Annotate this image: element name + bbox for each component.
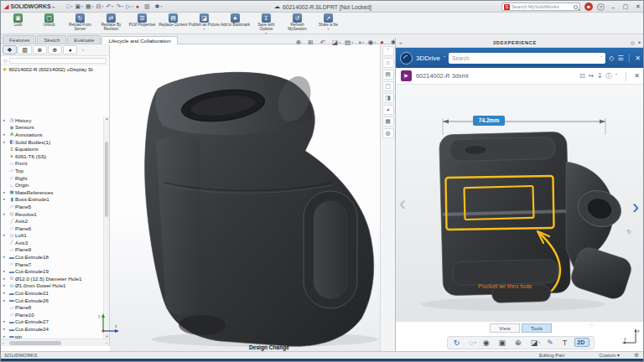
tab-Sketch[interactable]: Sketch [37,35,66,44]
task-pane-custom-properties[interactable]: ▦ [382,116,394,127]
tag-icon[interactable]: ◇ [609,54,614,62]
cmd-share-a-file[interactable]: ↗ Share a file ▾ [313,13,344,31]
tree-vertical-scrollbar[interactable]: ▲ ▼ [103,116,109,339]
tree-item[interactable]: ▸ Ø12.0 (12.5) Diameter Hole1 [1,275,103,282]
tree-item[interactable]: ▸ Plane7 [1,261,103,268]
fm-tab-configuration-manager[interactable]: ⊛ [33,45,47,54]
previous-view-chevron[interactable]: ‹ [399,192,406,215]
compass-icon[interactable] [400,52,413,65]
fm-tab-property-manager[interactable]: ▥ [18,45,32,54]
tool-zoom-fit[interactable]: ▣ ▾ [497,338,511,348]
tree-item[interactable]: ▸ 6061-T6 (SS) [1,153,103,160]
hud-zoom-area[interactable]: ⊞ ▾ [308,39,315,46]
preview-tab-Tools[interactable]: Tools [522,323,552,333]
tree-item[interactable]: ▸ Plane8 [1,303,103,311]
tab-Features[interactable]: Features [3,35,36,44]
next-view-chevron[interactable]: › [632,195,639,219]
status-mode[interactable]: Custom ▾ [599,353,620,358]
qat-save[interactable]: ▦ ▾ [86,3,94,10]
task-pane-appearances-scenes[interactable]: ◕ [382,105,394,115]
tool-select[interactable]: ◌ ▾ [467,338,477,348]
qat-windows[interactable]: ▥ ▾ [144,3,153,10]
tool-text-note[interactable]: T ▾ [561,338,572,348]
doc-action-info[interactable]: ⓘ [605,72,612,80]
cmd-reload-from-server[interactable]: ↻ Reload From Server ▾ [65,13,96,35]
doc-action-comments[interactable]: ⊡ [579,72,584,80]
qat-open[interactable]: ▣ ▾ [75,3,83,10]
tree-item[interactable]: ▸ Plane6 [1,225,103,232]
tree-item[interactable]: ▸ Plane10 [1,311,103,318]
fm-tab-featuremanager-design-tree[interactable]: ❖ [3,45,17,54]
tree-item[interactable]: ▸ Cut-Extrude27 [1,318,103,326]
scroll-left-icon[interactable]: ‹ [3,340,4,345]
hud-zoom-fit[interactable]: ⊕ ▾ [296,39,304,46]
minimize-button[interactable]: – [609,4,617,10]
pin-icon[interactable]: ✦ [637,39,641,45]
qat-redo[interactable]: ↷ ▾ [116,3,123,10]
tool-zoom-area[interactable]: ⊕ ▾ [513,338,526,348]
close-panel-icon[interactable]: ✕ [635,54,641,62]
fm-tabs-overflow[interactable]: › [82,47,84,52]
tree-item[interactable]: ▸ Cut-Extrude18 [1,253,103,261]
dimension-badge[interactable]: 74.2mm [473,116,505,126]
tree-item[interactable]: ▸ History [1,116,103,124]
options-icon[interactable]: ◎ [631,39,635,45]
qat-select[interactable]: ▷ ▾ [126,3,132,10]
tree-filter[interactable]: ▽ [1,56,109,65]
qat-options[interactable]: ✱ ▾ [155,3,163,10]
task-pane-home[interactable]: ⌂ [382,58,394,68]
close-button[interactable]: ✕ [634,3,642,10]
app-switcher-chevron-icon[interactable]: ˇ [444,55,445,61]
fm-tab-dimxpert-manager[interactable]: ⊕ [48,45,62,54]
menu-icon[interactable]: ☰ [618,54,624,62]
tree-item[interactable]: ▸ Cut-Extrude21 [1,289,103,297]
help-icon[interactable]: ? [597,3,605,11]
restore-button[interactable]: ▢ [621,3,630,10]
drive-search-input[interactable]: Search ˇ [449,53,605,64]
tree-item[interactable]: ▸ Revolve1 [1,210,103,218]
search-scope-chevron-icon[interactable]: ˇ [600,55,602,60]
qat-new[interactable]: □ ▾ [66,3,72,9]
tree-item[interactable]: ▸ Cut-Extrude24 [1,325,103,333]
tree-item[interactable]: ▸ MateReferences [1,189,103,196]
doc-action-download[interactable]: ↧ [597,72,602,80]
tree-item[interactable]: ▸ Front [1,160,103,168]
cmd-plm-properties[interactable]: ☰ PLM Properties ▾ [127,13,158,31]
tree-item[interactable]: ▸ Sensors [1,124,103,132]
cmd-lock[interactable]: ▣ Lock ▾ [3,13,34,31]
search-mysolidworks[interactable]: S Search MySolidWorks [501,3,580,11]
tree-item[interactable]: ▸ Axis3 [1,239,103,246]
cmd-replace-by-revision[interactable]: ⇄ Replace By Revision ▾ [96,13,127,35]
graphics-area[interactable]: Design Change [110,44,380,351]
hud-display-style[interactable]: ◑ ▾ [357,39,364,46]
tool-view-2d[interactable]: 2D ▾ [574,338,589,347]
part-3d-model[interactable] [110,44,380,351]
scrollbar-thumb[interactable] [9,341,61,345]
tree-item[interactable]: ▸ Right [1,174,103,182]
preview-canvas[interactable]: 74.2mm Pocket w/ thru hole ‹ › ↻ [396,85,644,322]
task-pane-forum[interactable]: ◍ [382,128,394,138]
tree-item[interactable]: ▸ Solid Bodies(1) [1,138,103,146]
cmd-refresh-mysession[interactable]: ↺ Refresh MySession ▾ [282,13,313,35]
tree-root[interactable]: ❖ 60214002-R (60214002) «Display St [1,65,109,73]
task-pane-file-explorer[interactable]: ▢ [382,81,394,91]
tree-item[interactable]: ▸ pin [1,333,103,339]
tool-markup-pen[interactable]: ✎ ▾ [545,338,558,348]
tree-item[interactable]: ▸ Cut-Extrude19 [1,267,103,275]
close-document-icon[interactable]: ✕ [634,72,640,80]
qat-print[interactable]: ⊟ ▾ [96,3,104,10]
doc-action-share[interactable]: ↪ [589,72,594,80]
qat-traffic-light[interactable]: ● ▾ [136,3,142,9]
hud-previous-view[interactable]: ↶ ▾ [320,39,328,46]
tree-item[interactable]: ▸ Plane9 [1,246,103,254]
tool-section[interactable]: ◪ ▾ [529,338,543,348]
tree-item[interactable]: ▸ Boss-Extrude1 [1,196,103,204]
hud-view-orientation[interactable]: ▤ ▾ [345,39,353,46]
tab-Lifecycle and Collaboration[interactable]: Lifecycle and Collaboration [101,36,177,44]
fm-tab-display-manager[interactable]: ◕ [63,45,77,54]
tree-item[interactable]: ▸ Plane5 [1,203,103,210]
preview-tab-View[interactable]: View [490,323,520,333]
filter-input[interactable] [9,58,106,64]
hud-section-view[interactable]: ◪ ▾ [332,39,340,46]
user-avatar[interactable]: ☻ [584,3,593,11]
